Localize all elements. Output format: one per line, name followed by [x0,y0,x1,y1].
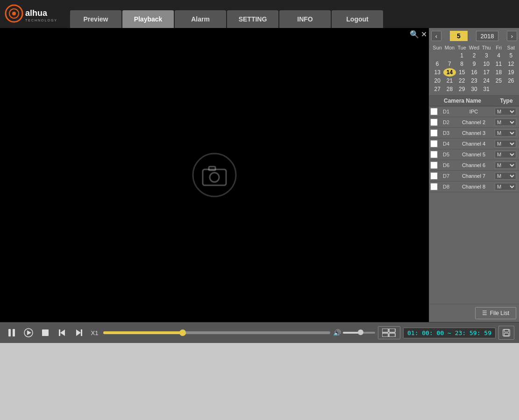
prev-icon [57,328,67,337]
camera-checkbox[interactable] [430,129,438,137]
col-camera-name: Camera Name [430,98,495,104]
calendar-day[interactable]: 30 [468,85,480,93]
calendar-day[interactable]: 11 [492,60,505,68]
file-list-icon: ☰ [482,310,487,316]
nav-alarm[interactable]: Alarm [175,10,226,28]
camera-type-select-wrap: M S [495,140,518,147]
camera-checkbox[interactable] [430,108,438,115]
nav-logout[interactable]: Logout [332,10,383,28]
camera-checkbox[interactable] [430,119,438,126]
svg-rect-6 [203,169,226,185]
calendar-day[interactable]: 4 [492,51,505,60]
camera-type-select[interactable]: M S [495,172,516,180]
svg-point-2 [12,12,16,15]
camera-type-select[interactable]: M S [495,140,516,147]
calendar-day[interactable]: 5 [505,51,517,60]
calendar-day[interactable]: 21 [443,77,455,85]
calendar-day[interactable]: 9 [468,60,480,68]
camera-name: Channel 7 [453,173,495,179]
camera-checkbox[interactable] [430,161,438,169]
calendar-day[interactable]: 2 [468,51,480,60]
calendar-next-button[interactable]: › [507,31,517,41]
calendar-day[interactable]: 18 [492,68,505,77]
camera-checkbox[interactable] [430,172,438,180]
calendar-day[interactable]: 6 [431,60,443,68]
camera-type-select[interactable]: M S [495,183,516,190]
svg-point-7 [210,173,219,182]
progress-bar[interactable] [103,331,330,334]
calendar-day[interactable]: 23 [468,77,480,85]
volume-bar[interactable] [343,332,375,334]
progress-bar-wrap[interactable] [103,331,330,334]
nav-playback[interactable]: Playback [122,10,174,28]
calendar-month: 5 [450,31,468,41]
camera-row: D8 Channel 8 M S [429,182,519,192]
camera-name: Channel 6 [453,162,495,168]
camera-checkbox[interactable] [430,151,438,158]
camera-type-select[interactable]: M S [495,161,516,169]
nav-info[interactable]: INFO [279,10,331,28]
camera-type-select[interactable]: M S [495,151,516,158]
stop-button[interactable] [38,326,52,340]
calendar-day[interactable]: 31 [480,85,492,93]
nav-setting[interactable]: SETTING [227,10,278,28]
svg-text:alhua: alhua [25,8,48,18]
cal-day-wed: Wed [468,44,480,51]
calendar-day[interactable]: 22 [456,77,468,85]
camera-type-select[interactable]: M S [495,119,516,126]
camera-type-select[interactable]: M S [495,129,516,137]
svg-rect-8 [209,167,215,170]
calendar-day[interactable]: 29 [456,85,468,93]
calendar-year: 2018 [476,31,498,41]
camera-row: D4 Channel 4 M S [429,139,519,149]
cal-day-sun: Sun [431,44,443,51]
calendar-prev-button[interactable]: ‹ [431,31,441,41]
calendar-day[interactable]: 28 [443,85,455,93]
calendar-day[interactable]: 1 [456,51,468,60]
file-list-label: File List [490,310,509,316]
next-frame-button[interactable] [72,326,86,340]
calendar-day[interactable]: 19 [505,68,517,77]
calendar-day[interactable]: 26 [505,77,517,85]
calendar-day[interactable]: 12 [505,60,517,68]
volume-button[interactable]: 🔊 [333,329,341,336]
play-button[interactable] [21,326,36,340]
calendar-day[interactable]: 7 [443,60,455,68]
bottom-area [0,343,519,420]
pause-button[interactable] [5,326,19,340]
video-area: 🔍 ✕ [0,28,429,322]
calendar-day [431,51,443,60]
close-video-button[interactable]: ✕ [421,30,427,39]
calendar-day[interactable]: 13 [431,68,443,77]
save-button[interactable] [498,326,514,340]
cal-day-fri: Fri [492,44,505,51]
camera-name: IPC [453,109,495,114]
camera-checkbox[interactable] [430,140,438,147]
svg-marker-12 [27,330,31,335]
calendar-day[interactable]: 24 [480,77,492,85]
camera-id: D7 [440,173,453,179]
camera-name: Channel 5 [453,152,495,157]
calendar-day[interactable]: 10 [480,60,492,68]
calendar-header: ‹ 5 2018 › [431,31,517,41]
camera-select-button[interactable] [378,326,400,339]
prev-frame-button[interactable] [55,326,69,340]
calendar-day[interactable]: 27 [431,85,443,93]
calendar-day[interactable]: 3 [480,51,492,60]
camera-type-select[interactable]: M S [495,108,516,115]
file-list-button[interactable]: ☰ File List [475,307,516,319]
calendar-day[interactable]: 8 [456,60,468,68]
nav-preview[interactable]: Preview [70,10,121,28]
calendar-day[interactable]: 15 [456,68,468,77]
calendar-day[interactable]: 14 [443,68,455,77]
magnify-button[interactable]: 🔍 [410,30,419,39]
camera-type-select-wrap: M S [495,151,518,158]
camera-checkbox[interactable] [430,183,438,190]
calendar-day[interactable]: 17 [480,68,492,77]
calendar-day[interactable]: 25 [492,77,505,85]
calendar-day[interactable]: 20 [431,77,443,85]
calendar-day[interactable]: 16 [468,68,480,77]
save-icon [502,329,511,337]
camera-id: D2 [440,119,453,125]
camera-placeholder [191,152,238,198]
